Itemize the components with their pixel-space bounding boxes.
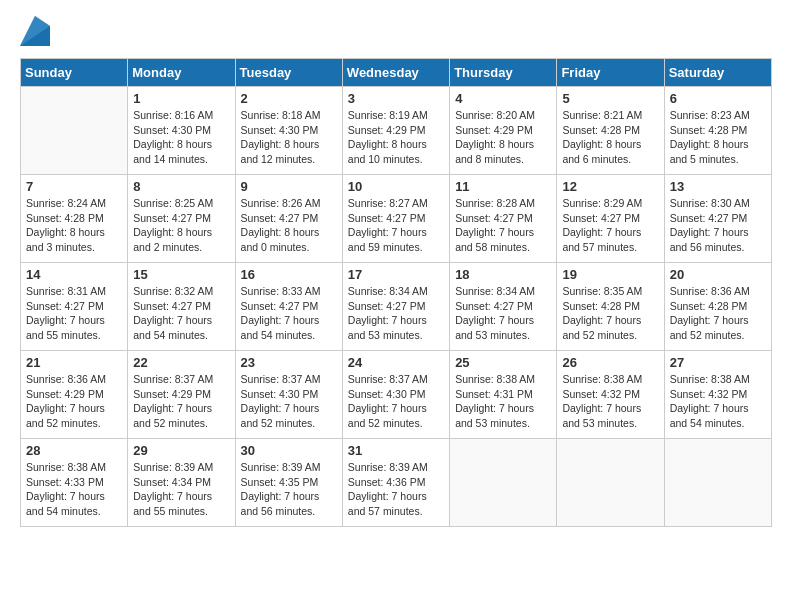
day-info: Sunrise: 8:27 AMSunset: 4:27 PMDaylight:… <box>348 196 444 255</box>
day-number: 4 <box>455 91 551 106</box>
day-info: Sunrise: 8:28 AMSunset: 4:27 PMDaylight:… <box>455 196 551 255</box>
calendar-cell: 30Sunrise: 8:39 AMSunset: 4:35 PMDayligh… <box>235 439 342 527</box>
calendar-week-4: 21Sunrise: 8:36 AMSunset: 4:29 PMDayligh… <box>21 351 772 439</box>
weekday-header-monday: Monday <box>128 59 235 87</box>
calendar-cell: 18Sunrise: 8:34 AMSunset: 4:27 PMDayligh… <box>450 263 557 351</box>
day-number: 3 <box>348 91 444 106</box>
calendar-cell: 17Sunrise: 8:34 AMSunset: 4:27 PMDayligh… <box>342 263 449 351</box>
day-number: 24 <box>348 355 444 370</box>
day-number: 16 <box>241 267 337 282</box>
day-info: Sunrise: 8:33 AMSunset: 4:27 PMDaylight:… <box>241 284 337 343</box>
calendar-cell: 7Sunrise: 8:24 AMSunset: 4:28 PMDaylight… <box>21 175 128 263</box>
day-number: 29 <box>133 443 229 458</box>
calendar-cell: 15Sunrise: 8:32 AMSunset: 4:27 PMDayligh… <box>128 263 235 351</box>
calendar-cell: 3Sunrise: 8:19 AMSunset: 4:29 PMDaylight… <box>342 87 449 175</box>
day-number: 22 <box>133 355 229 370</box>
day-number: 25 <box>455 355 551 370</box>
calendar-cell: 12Sunrise: 8:29 AMSunset: 4:27 PMDayligh… <box>557 175 664 263</box>
weekday-header-tuesday: Tuesday <box>235 59 342 87</box>
day-number: 6 <box>670 91 766 106</box>
calendar-cell: 27Sunrise: 8:38 AMSunset: 4:32 PMDayligh… <box>664 351 771 439</box>
calendar-table: SundayMondayTuesdayWednesdayThursdayFrid… <box>20 58 772 527</box>
page-container: SundayMondayTuesdayWednesdayThursdayFrid… <box>0 0 792 537</box>
calendar-cell: 11Sunrise: 8:28 AMSunset: 4:27 PMDayligh… <box>450 175 557 263</box>
day-number: 11 <box>455 179 551 194</box>
logo-icon <box>20 16 50 46</box>
calendar-cell: 29Sunrise: 8:39 AMSunset: 4:34 PMDayligh… <box>128 439 235 527</box>
calendar-week-3: 14Sunrise: 8:31 AMSunset: 4:27 PMDayligh… <box>21 263 772 351</box>
day-number: 27 <box>670 355 766 370</box>
day-info: Sunrise: 8:26 AMSunset: 4:27 PMDaylight:… <box>241 196 337 255</box>
calendar-cell: 23Sunrise: 8:37 AMSunset: 4:30 PMDayligh… <box>235 351 342 439</box>
calendar-cell: 14Sunrise: 8:31 AMSunset: 4:27 PMDayligh… <box>21 263 128 351</box>
day-number: 30 <box>241 443 337 458</box>
calendar-week-1: 1Sunrise: 8:16 AMSunset: 4:30 PMDaylight… <box>21 87 772 175</box>
weekday-header-thursday: Thursday <box>450 59 557 87</box>
day-number: 8 <box>133 179 229 194</box>
day-info: Sunrise: 8:32 AMSunset: 4:27 PMDaylight:… <box>133 284 229 343</box>
day-number: 7 <box>26 179 122 194</box>
calendar-cell: 25Sunrise: 8:38 AMSunset: 4:31 PMDayligh… <box>450 351 557 439</box>
day-info: Sunrise: 8:36 AMSunset: 4:28 PMDaylight:… <box>670 284 766 343</box>
day-info: Sunrise: 8:37 AMSunset: 4:29 PMDaylight:… <box>133 372 229 431</box>
day-info: Sunrise: 8:19 AMSunset: 4:29 PMDaylight:… <box>348 108 444 167</box>
calendar-cell: 21Sunrise: 8:36 AMSunset: 4:29 PMDayligh… <box>21 351 128 439</box>
calendar-cell: 4Sunrise: 8:20 AMSunset: 4:29 PMDaylight… <box>450 87 557 175</box>
day-number: 1 <box>133 91 229 106</box>
day-number: 15 <box>133 267 229 282</box>
day-info: Sunrise: 8:31 AMSunset: 4:27 PMDaylight:… <box>26 284 122 343</box>
calendar-cell: 31Sunrise: 8:39 AMSunset: 4:36 PMDayligh… <box>342 439 449 527</box>
calendar-cell: 5Sunrise: 8:21 AMSunset: 4:28 PMDaylight… <box>557 87 664 175</box>
day-info: Sunrise: 8:18 AMSunset: 4:30 PMDaylight:… <box>241 108 337 167</box>
day-number: 2 <box>241 91 337 106</box>
calendar-cell: 24Sunrise: 8:37 AMSunset: 4:30 PMDayligh… <box>342 351 449 439</box>
day-number: 26 <box>562 355 658 370</box>
day-info: Sunrise: 8:29 AMSunset: 4:27 PMDaylight:… <box>562 196 658 255</box>
logo <box>20 16 54 46</box>
day-number: 28 <box>26 443 122 458</box>
day-number: 20 <box>670 267 766 282</box>
day-info: Sunrise: 8:38 AMSunset: 4:32 PMDaylight:… <box>562 372 658 431</box>
day-number: 12 <box>562 179 658 194</box>
calendar-cell: 6Sunrise: 8:23 AMSunset: 4:28 PMDaylight… <box>664 87 771 175</box>
calendar-cell: 9Sunrise: 8:26 AMSunset: 4:27 PMDaylight… <box>235 175 342 263</box>
calendar-cell <box>664 439 771 527</box>
day-info: Sunrise: 8:39 AMSunset: 4:34 PMDaylight:… <box>133 460 229 519</box>
calendar-cell: 2Sunrise: 8:18 AMSunset: 4:30 PMDaylight… <box>235 87 342 175</box>
calendar-cell: 16Sunrise: 8:33 AMSunset: 4:27 PMDayligh… <box>235 263 342 351</box>
weekday-header-saturday: Saturday <box>664 59 771 87</box>
day-info: Sunrise: 8:38 AMSunset: 4:31 PMDaylight:… <box>455 372 551 431</box>
day-number: 9 <box>241 179 337 194</box>
day-number: 18 <box>455 267 551 282</box>
weekday-header-sunday: Sunday <box>21 59 128 87</box>
day-info: Sunrise: 8:16 AMSunset: 4:30 PMDaylight:… <box>133 108 229 167</box>
calendar-cell: 10Sunrise: 8:27 AMSunset: 4:27 PMDayligh… <box>342 175 449 263</box>
day-info: Sunrise: 8:39 AMSunset: 4:35 PMDaylight:… <box>241 460 337 519</box>
weekday-header-wednesday: Wednesday <box>342 59 449 87</box>
calendar-cell: 22Sunrise: 8:37 AMSunset: 4:29 PMDayligh… <box>128 351 235 439</box>
calendar-cell: 28Sunrise: 8:38 AMSunset: 4:33 PMDayligh… <box>21 439 128 527</box>
day-info: Sunrise: 8:39 AMSunset: 4:36 PMDaylight:… <box>348 460 444 519</box>
day-info: Sunrise: 8:37 AMSunset: 4:30 PMDaylight:… <box>348 372 444 431</box>
day-info: Sunrise: 8:30 AMSunset: 4:27 PMDaylight:… <box>670 196 766 255</box>
day-info: Sunrise: 8:36 AMSunset: 4:29 PMDaylight:… <box>26 372 122 431</box>
day-info: Sunrise: 8:34 AMSunset: 4:27 PMDaylight:… <box>348 284 444 343</box>
day-info: Sunrise: 8:20 AMSunset: 4:29 PMDaylight:… <box>455 108 551 167</box>
page-header <box>20 16 772 46</box>
calendar-week-5: 28Sunrise: 8:38 AMSunset: 4:33 PMDayligh… <box>21 439 772 527</box>
day-info: Sunrise: 8:35 AMSunset: 4:28 PMDaylight:… <box>562 284 658 343</box>
calendar-cell <box>557 439 664 527</box>
day-number: 14 <box>26 267 122 282</box>
calendar-cell: 8Sunrise: 8:25 AMSunset: 4:27 PMDaylight… <box>128 175 235 263</box>
day-info: Sunrise: 8:34 AMSunset: 4:27 PMDaylight:… <box>455 284 551 343</box>
day-number: 5 <box>562 91 658 106</box>
calendar-cell <box>21 87 128 175</box>
calendar-cell <box>450 439 557 527</box>
day-number: 21 <box>26 355 122 370</box>
weekday-header-friday: Friday <box>557 59 664 87</box>
calendar-cell: 13Sunrise: 8:30 AMSunset: 4:27 PMDayligh… <box>664 175 771 263</box>
calendar-cell: 19Sunrise: 8:35 AMSunset: 4:28 PMDayligh… <box>557 263 664 351</box>
day-info: Sunrise: 8:24 AMSunset: 4:28 PMDaylight:… <box>26 196 122 255</box>
day-number: 17 <box>348 267 444 282</box>
day-info: Sunrise: 8:23 AMSunset: 4:28 PMDaylight:… <box>670 108 766 167</box>
